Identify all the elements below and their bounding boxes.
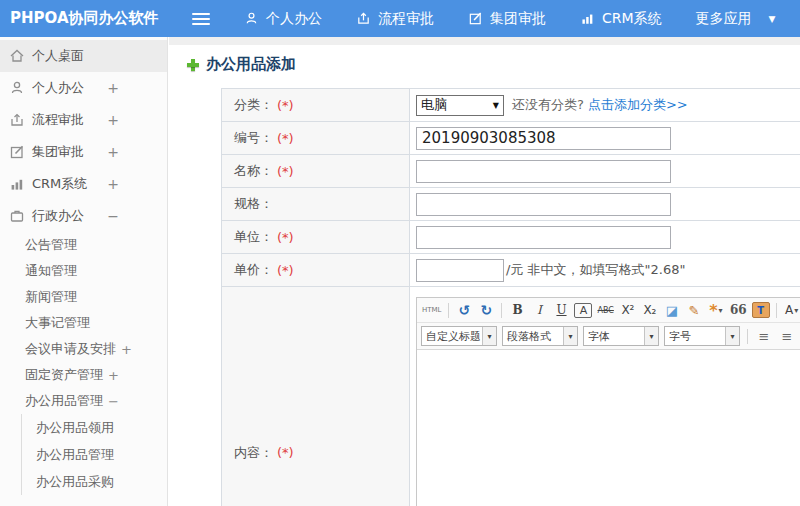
required-marker: (*)	[277, 131, 294, 146]
nav-crm-system[interactable]: CRM系统	[580, 10, 662, 28]
redo-button[interactable]: ↻	[477, 301, 495, 319]
home-icon	[9, 48, 25, 64]
bar-chart-icon	[580, 11, 595, 26]
sidebar-item-personal-office[interactable]: 个人办公 +	[0, 72, 167, 104]
expand-toggle[interactable]: +	[107, 80, 119, 96]
caret-down-icon: ▾	[719, 306, 723, 315]
bold-button[interactable]: B	[508, 301, 526, 319]
topbar: PHPOA协同办公软件 个人办公 流程审批	[0, 0, 800, 37]
unit-label: 单位：	[234, 228, 273, 246]
caret-down-icon: ▾	[563, 327, 577, 345]
subscript-button[interactable]: X₂	[641, 301, 659, 319]
sidebar-item-meeting-request[interactable]: 会议申请及安排 +	[0, 336, 167, 362]
add-supplies-form: 分类： (*) 电脑 ▼ 还没有分类? 点击添加分类>> 编号： (*)	[221, 88, 800, 506]
form-row-category: 分类： (*) 电脑 ▼ 还没有分类? 点击添加分类>>	[222, 89, 800, 122]
expand-toggle[interactable]: +	[108, 368, 119, 383]
paste-text-button[interactable]: T	[752, 302, 770, 318]
remove-format-button[interactable]: ◪	[663, 301, 681, 319]
unit-input[interactable]	[416, 226, 671, 249]
html-source-button[interactable]: HTML	[421, 301, 442, 319]
required-marker: (*)	[277, 445, 294, 460]
sidebar-item-fixed-assets-mgmt[interactable]: 固定资产管理 +	[0, 362, 167, 388]
custom-title-dropdown[interactable]: 自定义标题 ▾	[421, 326, 497, 346]
format-painter-button[interactable]: ✎	[685, 301, 703, 319]
form-row-content: 内容： (*) HTML ↺ ↻ B I U	[222, 287, 800, 506]
sidebar-item-notice-mgmt[interactable]: 通知管理	[0, 258, 167, 284]
italic-button[interactable]: I	[530, 301, 548, 319]
sidebar-item-office-supplies-mgmt[interactable]: 办公用品管理 −	[0, 388, 167, 414]
form-row-price: 单价： (*) /元 非中文，如填写格式"2.68"	[222, 254, 800, 287]
expand-toggle[interactable]: +	[107, 176, 119, 192]
sidebar-item-personal-desktop[interactable]: 个人桌面	[0, 40, 167, 72]
collapse-toggle[interactable]: −	[107, 208, 119, 224]
spec-input[interactable]	[416, 193, 671, 216]
main-content: 办公用品添加 分类： (*) 电脑 ▼ 还没有分类? 点击添加分类>>	[169, 37, 800, 506]
export-icon	[9, 112, 25, 128]
editor-toolbar-row1: HTML ↺ ↻ B I U A ABC X² X₂ ◪	[417, 298, 800, 323]
collapse-toggle[interactable]: −	[108, 394, 119, 409]
sidebar-item-news-mgmt[interactable]: 新闻管理	[0, 284, 167, 310]
sidebar-item-supplies-management[interactable]: 办公用品管理	[22, 441, 167, 468]
nav-group-approval[interactable]: 集团审批	[468, 10, 546, 28]
sidebar: 个人桌面 个人办公 + 流程审批 + 集团审批 +	[0, 37, 168, 506]
toolbar-separator	[501, 303, 502, 318]
bar-chart-icon	[9, 176, 25, 192]
caret-down-icon: ▾	[794, 306, 798, 315]
align-center-button[interactable]: ≡	[778, 327, 796, 345]
category-select[interactable]: 电脑 ▼	[416, 95, 504, 116]
app-window: PHPOA协同办公软件 个人办公 流程审批	[0, 0, 800, 506]
sidebar-item-supplies-purchase[interactable]: 办公用品采购	[22, 468, 167, 495]
required-marker: (*)	[277, 230, 294, 245]
nav-personal-office[interactable]: 个人办公	[244, 10, 322, 28]
toolbar-separator	[747, 329, 748, 344]
category-label: 分类：	[234, 96, 273, 114]
export-icon	[356, 11, 371, 26]
top-shadow-band	[169, 37, 800, 45]
font-color-button[interactable]: A ▾	[783, 301, 800, 319]
page-title: 办公用品添加	[169, 45, 800, 74]
code-label: 编号：	[234, 129, 273, 147]
nav-workflow-approval[interactable]: 流程审批	[356, 10, 434, 28]
required-marker: (*)	[277, 164, 294, 179]
blockquote-button[interactable]: 66	[729, 301, 748, 319]
sidebar-item-memorabilia-mgmt[interactable]: 大事记管理	[0, 310, 167, 336]
add-category-link[interactable]: 点击添加分类>>	[588, 96, 688, 114]
sidebar-item-announcement-mgmt[interactable]: 公告管理	[0, 232, 167, 258]
paragraph-format-dropdown[interactable]: 段落格式 ▾	[502, 326, 578, 346]
strikethrough-button[interactable]: ABC	[596, 301, 614, 319]
expand-toggle[interactable]: +	[107, 144, 119, 160]
sidebar-item-supplies-requisition[interactable]: 办公用品领用	[22, 414, 167, 441]
caret-down-icon: ▾	[725, 327, 739, 345]
sidebar-item-administrative-office[interactable]: 行政办公 −	[0, 200, 167, 232]
undo-button[interactable]: ↺	[455, 301, 473, 319]
briefcase-icon	[9, 208, 25, 224]
form-row-unit: 单位： (*)	[222, 221, 800, 254]
underline-button[interactable]: U	[552, 301, 570, 319]
align-left-button[interactable]: ≡	[755, 327, 773, 345]
code-input[interactable]	[416, 127, 671, 150]
category-hint: 还没有分类?	[512, 96, 584, 114]
sidebar-submenu-office-supplies: 办公用品领用 办公用品管理 办公用品采购	[21, 414, 167, 495]
caret-down-icon: ▼	[769, 14, 776, 24]
font-family-dropdown[interactable]: 字体 ▾	[583, 326, 659, 346]
expand-toggle[interactable]: +	[121, 342, 132, 357]
form-row-spec: 规格：	[222, 188, 800, 221]
name-input[interactable]	[416, 160, 671, 183]
superscript-button[interactable]: X²	[619, 301, 637, 319]
editor-toolbar-row2: 自定义标题 ▾ 段落格式 ▾ 字体 ▾	[417, 323, 800, 350]
toolbar-separator	[448, 303, 449, 318]
editor-content-area[interactable]	[417, 350, 800, 506]
hamburger-menu-icon[interactable]	[192, 10, 210, 28]
sidebar-item-group-approval[interactable]: 集团审批 +	[0, 136, 167, 168]
sidebar-item-crm-system[interactable]: CRM系统 +	[0, 168, 167, 200]
font-border-button[interactable]: A	[574, 303, 592, 318]
auto-typeset-button[interactable]: * ▾	[707, 301, 725, 319]
font-size-dropdown[interactable]: 字号 ▾	[664, 326, 740, 346]
sidebar-item-workflow-approval[interactable]: 流程审批 +	[0, 104, 167, 136]
nav-more-apps[interactable]: 更多应用 ▼	[696, 10, 776, 28]
price-input[interactable]	[416, 259, 504, 282]
form-row-code: 编号： (*)	[222, 122, 800, 155]
expand-toggle[interactable]: +	[107, 112, 119, 128]
caret-down-icon: ▼	[493, 101, 499, 110]
name-label: 名称：	[234, 162, 273, 180]
